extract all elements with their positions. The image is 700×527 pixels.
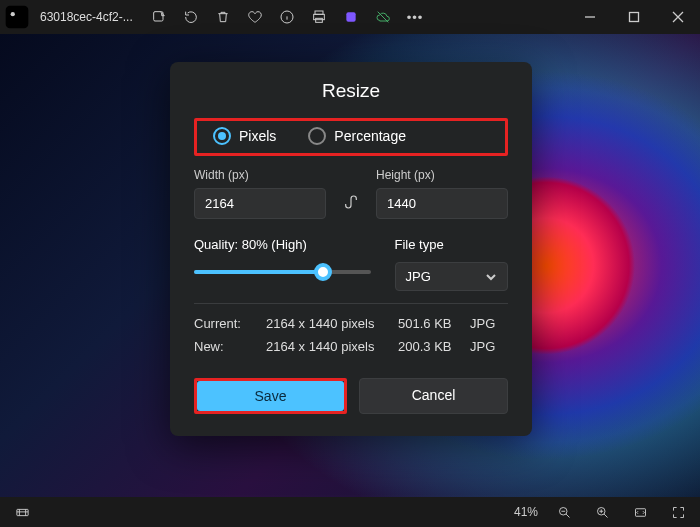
quality-label: Quality: 80% (High) [194,237,371,252]
file-name: 63018cec-4cf2-... [40,10,135,24]
save-highlight: Save [194,378,347,414]
svg-rect-8 [630,13,639,22]
photos-window: 63018cec-4cf2-... ••• Resize Pixe [0,0,700,527]
app-icon [0,0,34,34]
current-label: Current: [194,316,266,331]
height-label: Height (px) [376,168,508,182]
save-button[interactable]: Save [197,381,344,411]
svg-rect-6 [316,18,323,22]
radio-percentage[interactable]: Percentage [308,127,406,145]
filetype-label: File type [395,237,508,252]
zoom-out-icon[interactable] [552,500,576,524]
new-size: 200.3 KB [398,339,470,354]
clipchamp-icon[interactable] [335,0,367,34]
maximize-button[interactable] [612,0,656,34]
titlebar: 63018cec-4cf2-... ••• [0,0,700,34]
aspect-lock-icon[interactable] [336,187,366,217]
width-input[interactable] [194,188,326,219]
divider [194,303,508,304]
edit-icon[interactable] [143,0,175,34]
unit-mode-group: Pixels Percentage [194,118,508,156]
radio-percentage-indicator [308,127,326,145]
filetype-value: JPG [406,269,431,284]
filetype-select[interactable]: JPG [395,262,508,291]
print-icon[interactable] [303,0,335,34]
current-dims: 2164 x 1440 pixels [266,316,398,331]
dialog-title: Resize [194,80,508,102]
width-label: Width (px) [194,168,326,182]
favorite-icon[interactable] [239,0,271,34]
radio-pixels[interactable]: Pixels [213,127,276,145]
minimize-button[interactable] [568,0,612,34]
current-format: JPG [470,316,508,331]
statusbar: 41% [0,497,700,527]
fit-icon[interactable] [628,500,652,524]
svg-rect-7 [346,12,355,21]
cloud-off-icon[interactable] [367,0,399,34]
chevron-down-icon [485,271,497,283]
cancel-button[interactable]: Cancel [359,378,508,414]
toolbar: ••• [143,0,431,34]
new-format: JPG [470,339,508,354]
fullscreen-icon[interactable] [666,500,690,524]
resize-dialog: Resize Pixels Percentage Width (px) Heig… [170,62,532,436]
new-label: New: [194,339,266,354]
quality-slider[interactable] [194,262,371,282]
info-icon[interactable] [271,0,303,34]
radio-pixels-indicator [213,127,231,145]
size-info: Current: 2164 x 1440 pixels 501.6 KB JPG… [194,316,508,354]
close-button[interactable] [656,0,700,34]
zoom-in-icon[interactable] [590,500,614,524]
more-icon[interactable]: ••• [399,0,431,34]
rotate-icon[interactable] [175,0,207,34]
svg-point-1 [11,12,15,16]
height-input[interactable] [376,188,508,219]
delete-icon[interactable] [207,0,239,34]
filmstrip-icon[interactable] [10,500,34,524]
slider-thumb[interactable] [314,263,332,281]
radio-pixels-label: Pixels [239,128,276,144]
svg-rect-9 [16,509,27,515]
current-size: 501.6 KB [398,316,470,331]
zoom-value: 41% [514,505,538,519]
radio-percentage-label: Percentage [334,128,406,144]
new-dims: 2164 x 1440 pixels [266,339,398,354]
